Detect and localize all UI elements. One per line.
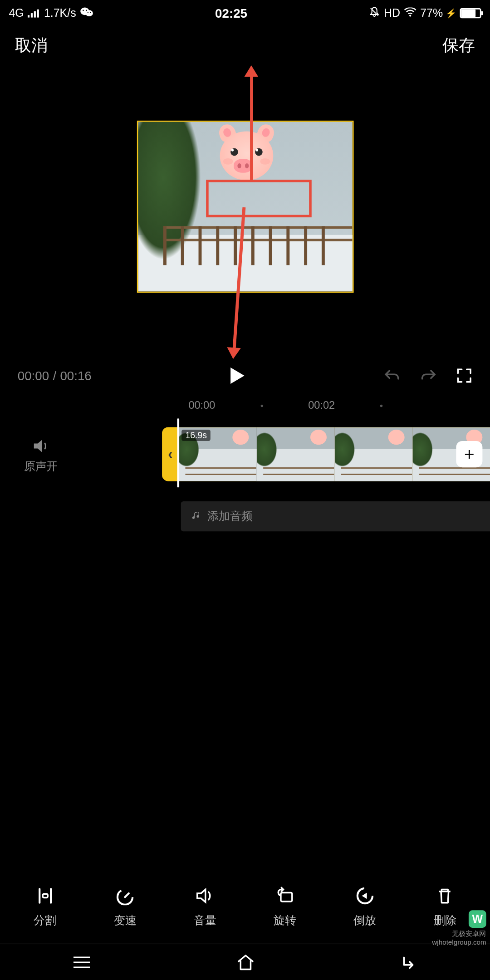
add-audio-button[interactable]: 添加音频 bbox=[181, 501, 490, 531]
network-speed: 1.7K/s bbox=[44, 7, 76, 20]
wifi-icon bbox=[404, 7, 416, 20]
reverse-button[interactable]: 倒放 bbox=[353, 887, 376, 928]
back-button[interactable] bbox=[400, 955, 418, 970]
speed-button[interactable]: 变速 bbox=[114, 887, 137, 928]
battery-pct: 77% bbox=[420, 7, 443, 20]
clip-frame bbox=[334, 427, 412, 481]
time-separator: / bbox=[53, 368, 56, 383]
svg-rect-0 bbox=[28, 15, 29, 18]
status-time: 02:25 bbox=[215, 6, 247, 20]
ruler-mark-1: 00:02 bbox=[308, 400, 335, 412]
signal-icon bbox=[28, 9, 40, 17]
watermark-logo: W bbox=[469, 910, 486, 928]
undo-button[interactable] bbox=[383, 368, 401, 383]
home-button[interactable] bbox=[235, 954, 255, 970]
battery-icon bbox=[460, 8, 481, 18]
timeline-ruler: 00:00 00:02 bbox=[0, 395, 490, 417]
hd-label: HD bbox=[384, 7, 400, 20]
clip-frame bbox=[256, 427, 334, 481]
play-button[interactable] bbox=[229, 366, 245, 385]
status-right: HD 77% ⚡ bbox=[369, 6, 481, 20]
svg-point-7 bbox=[86, 10, 87, 11]
status-bar: 4G 1.7K/s 02:25 HD 77% ⚡ bbox=[0, 0, 490, 26]
pig-sticker bbox=[216, 128, 276, 181]
tool-label: 变速 bbox=[114, 913, 137, 928]
svg-point-11 bbox=[409, 15, 411, 16]
watermark: W 无极安卓网 wjhotelgroup.com bbox=[432, 910, 486, 946]
svg-rect-16 bbox=[280, 893, 292, 902]
redo-button[interactable] bbox=[420, 368, 437, 383]
svg-rect-13 bbox=[43, 894, 48, 897]
music-icon bbox=[191, 510, 201, 523]
total-time: 00:16 bbox=[60, 368, 91, 383]
dnd-icon bbox=[369, 6, 380, 20]
tool-label: 音量 bbox=[194, 913, 216, 928]
tool-label: 倒放 bbox=[353, 913, 376, 928]
svg-marker-18 bbox=[362, 893, 367, 899]
menu-button[interactable] bbox=[72, 955, 91, 969]
svg-rect-1 bbox=[31, 13, 33, 18]
header: 取消 保存 bbox=[0, 26, 490, 64]
svg-point-6 bbox=[83, 10, 84, 11]
svg-rect-2 bbox=[34, 11, 36, 18]
cancel-button[interactable]: 取消 bbox=[15, 34, 48, 56]
volume-button[interactable]: 音量 bbox=[194, 887, 216, 928]
save-button[interactable]: 保存 bbox=[442, 34, 475, 56]
playhead[interactable] bbox=[177, 418, 179, 487]
time-display: 00:00 / 00:16 bbox=[18, 368, 92, 383]
svg-point-5 bbox=[85, 10, 93, 16]
charging-icon: ⚡ bbox=[446, 8, 456, 18]
ruler-mark-0: 00:00 bbox=[188, 400, 215, 412]
watermark-title: 无极安卓网 bbox=[452, 929, 486, 939]
timeline[interactable]: 原声开 ‹ 16.9s + bbox=[0, 422, 490, 490]
network-type: 4G bbox=[9, 7, 24, 20]
current-time: 00:00 bbox=[18, 368, 49, 383]
rotate-button[interactable]: 旋转 bbox=[274, 887, 296, 928]
svg-line-15 bbox=[125, 893, 129, 897]
clip-handle-left[interactable]: ‹ bbox=[162, 427, 178, 481]
clip-thumbnails: 16.9s bbox=[178, 427, 490, 481]
playback-controls: 00:00 / 00:16 bbox=[0, 357, 490, 394]
watermark-url: wjhotelgroup.com bbox=[432, 939, 486, 946]
annotation-arrow-up bbox=[250, 74, 253, 180]
svg-point-8 bbox=[88, 12, 88, 13]
status-left: 4G 1.7K/s bbox=[9, 6, 93, 20]
system-nav-bar bbox=[0, 944, 490, 980]
tool-row: 分割 变速 音量 旋转 倒放 删除 bbox=[0, 876, 490, 938]
ruler-dot bbox=[260, 405, 263, 407]
tool-label: 分割 bbox=[34, 913, 56, 928]
add-audio-label: 添加音频 bbox=[207, 509, 253, 524]
wechat-icon bbox=[80, 6, 93, 20]
clip-frame: 16.9s bbox=[178, 427, 256, 481]
video-preview[interactable] bbox=[137, 68, 353, 351]
tool-label: 旋转 bbox=[274, 913, 296, 928]
split-button[interactable]: 分割 bbox=[34, 887, 56, 928]
svg-rect-3 bbox=[37, 10, 39, 18]
svg-point-9 bbox=[90, 12, 91, 13]
add-clip-button[interactable]: + bbox=[456, 441, 482, 467]
video-clip[interactable]: ‹ 16.9s bbox=[162, 427, 490, 481]
fullscreen-button[interactable] bbox=[456, 368, 472, 384]
sound-label: 原声开 bbox=[24, 459, 58, 474]
svg-marker-12 bbox=[230, 368, 244, 384]
ruler-dot bbox=[380, 405, 383, 407]
clip-duration: 16.9s bbox=[181, 430, 211, 441]
annotation-rect bbox=[206, 180, 311, 217]
preview-area bbox=[0, 64, 490, 357]
original-sound-toggle[interactable]: 原声开 bbox=[0, 422, 82, 490]
